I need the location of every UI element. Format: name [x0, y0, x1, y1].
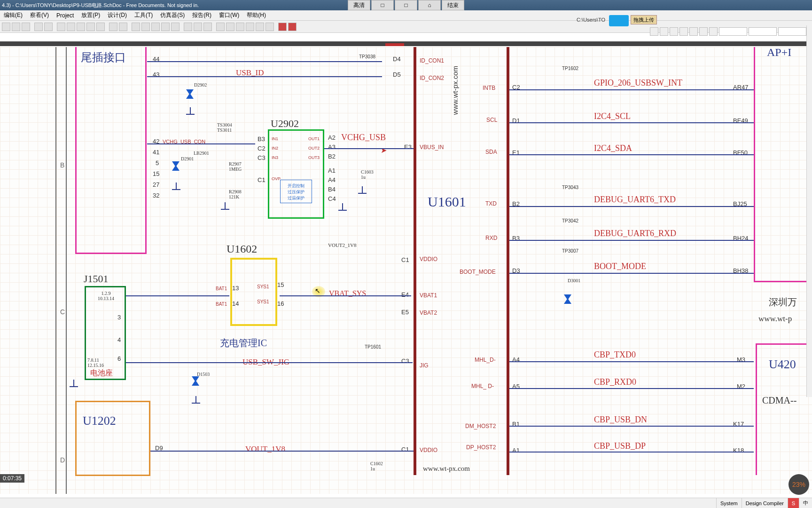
- tool-redo[interactable]: [119, 23, 127, 31]
- p14: 14: [232, 300, 239, 307]
- menubar: 编辑(E) 察看(V) Project 放置(P) 设计(D) 工具(T) 仿真…: [0, 10, 812, 21]
- tool-g[interactable]: [194, 23, 202, 31]
- schematic-canvas[interactable]: B C D 尾插接口 44 43 42 41 5 15 27 32 D4 D5 …: [0, 47, 812, 494]
- out3: OUT3: [308, 155, 320, 160]
- i2c4-sda: I2C4_SDA: [594, 143, 632, 153]
- menu-help[interactable]: 帮助(H): [245, 11, 268, 19]
- tool-copy[interactable]: [67, 23, 75, 31]
- ovp: OVP: [272, 176, 281, 181]
- mhl-dp: MHL_ D-: [471, 383, 494, 389]
- tool-cut[interactable]: [57, 23, 65, 31]
- menu-tools[interactable]: 工具(T): [133, 11, 155, 19]
- ts-lbl: TS3004 TS3011: [217, 122, 232, 133]
- window-title: 4.3) - C:\Users\TONY\Desktop\P9-USB电路.Sc…: [2, 2, 199, 9]
- ov-b2[interactable]: □: [371, 0, 394, 10]
- cbp-txd: CBP_TXD0: [594, 350, 636, 360]
- tr-dd2[interactable]: [749, 27, 777, 36]
- tool-d[interactable]: [161, 23, 170, 31]
- pc3: C3: [258, 154, 265, 161]
- tool-rubber[interactable]: [96, 23, 105, 31]
- tr-dd1[interactable]: [719, 27, 747, 36]
- tr5[interactable]: [689, 27, 698, 36]
- menu-place[interactable]: 放置(P): [79, 11, 102, 19]
- tool-k[interactable]: [236, 23, 244, 31]
- in1: IN1: [272, 136, 278, 141]
- side-panel-collapsed[interactable]: [806, 25, 812, 397]
- tool-save[interactable]: [22, 23, 30, 31]
- row-b: B: [60, 161, 64, 169]
- tr2[interactable]: [660, 27, 668, 36]
- d2901: D2901: [181, 156, 194, 161]
- tool-l[interactable]: [246, 23, 254, 31]
- diode-d2901-icon: [172, 161, 180, 171]
- upload-btn[interactable]: 拖拽上传: [631, 15, 657, 24]
- p15: 15: [277, 281, 284, 288]
- menu-view[interactable]: 察看(V): [28, 11, 51, 19]
- tr-dd3[interactable]: [778, 27, 806, 36]
- tool-new[interactable]: [2, 23, 10, 31]
- tool-e[interactable]: [171, 23, 180, 31]
- cbp-dn: CBP_USB_DN: [594, 415, 647, 425]
- pc1: C1: [258, 176, 265, 183]
- j1501-p2: 7.8.11 12.15.16: [87, 357, 104, 368]
- menu-edit[interactable]: 编辑(E): [2, 11, 24, 19]
- status-ime-icon[interactable]: S: [788, 498, 799, 508]
- tool-paste2[interactable]: [86, 23, 95, 31]
- app-logo-icon[interactable]: [609, 15, 629, 26]
- tool-open[interactable]: [12, 23, 20, 31]
- ov-end[interactable]: 结束: [442, 0, 464, 10]
- tr3[interactable]: [670, 27, 678, 36]
- menu-report[interactable]: 报告(R): [190, 11, 213, 19]
- tool-b[interactable]: [141, 23, 150, 31]
- pa4: A4: [328, 176, 336, 183]
- pc1-b: C1: [401, 446, 409, 453]
- tr1[interactable]: [650, 27, 658, 36]
- tool-f[interactable]: [184, 23, 192, 31]
- tool-i[interactable]: [216, 23, 225, 31]
- status-lang[interactable]: 中: [799, 498, 812, 508]
- ov-b3[interactable]: □: [395, 0, 417, 10]
- vddio2: VDDIO: [420, 447, 437, 453]
- tool-c[interactable]: [151, 23, 160, 31]
- menu-design[interactable]: 设计(D): [106, 11, 129, 19]
- pa2: A2: [328, 134, 336, 141]
- status-system[interactable]: System: [716, 498, 742, 508]
- u1202-box: [75, 401, 150, 476]
- bat2: BAT1: [216, 302, 227, 307]
- tool-h[interactable]: [203, 23, 212, 31]
- tool-j[interactable]: [226, 23, 234, 31]
- red-tab[interactable]: [385, 43, 404, 46]
- tool-m[interactable]: [256, 23, 264, 31]
- tool-zoom[interactable]: [44, 23, 53, 31]
- tool-x2[interactable]: [288, 23, 297, 31]
- u2902-box: [268, 129, 324, 219]
- menu-project[interactable]: Project: [55, 12, 76, 19]
- net-vout: VOUT_1V8: [245, 444, 285, 454]
- shenzhen: 深圳万: [769, 296, 797, 309]
- cursor-arrow-icon: ↖: [315, 287, 320, 294]
- tr4[interactable]: [679, 27, 688, 36]
- dbg-rxd: DEBUG_UART6_RXD: [594, 229, 676, 238]
- tool-n[interactable]: [265, 23, 274, 31]
- status-compiler[interactable]: Design Compiler: [742, 498, 788, 508]
- tool-paste[interactable]: [77, 23, 85, 31]
- zoom-pct[interactable]: 23%: [789, 474, 809, 495]
- ov-hq[interactable]: 高清: [348, 0, 370, 10]
- net-vchg-usb: VCHG_USB: [341, 133, 386, 143]
- j6: 6: [117, 355, 121, 362]
- tool-x1[interactable]: [278, 23, 287, 31]
- tr7[interactable]: [709, 27, 718, 36]
- tool-a[interactable]: [132, 23, 140, 31]
- u1601-lbl: U1601: [428, 194, 466, 210]
- menu-window[interactable]: 窗口(W): [217, 11, 241, 19]
- pa1: A1: [328, 167, 336, 174]
- tr6[interactable]: [699, 27, 708, 36]
- u1601-bus-left: [414, 47, 416, 475]
- tool-undo[interactable]: [109, 23, 117, 31]
- svg-marker-7: [564, 298, 571, 304]
- menu-sim[interactable]: 仿真器(S): [158, 11, 187, 19]
- tool-print[interactable]: [34, 23, 43, 31]
- ov-home[interactable]: ⌂: [418, 0, 441, 10]
- rxd: RXD: [485, 235, 497, 241]
- u2902-lbl: U2902: [271, 118, 299, 130]
